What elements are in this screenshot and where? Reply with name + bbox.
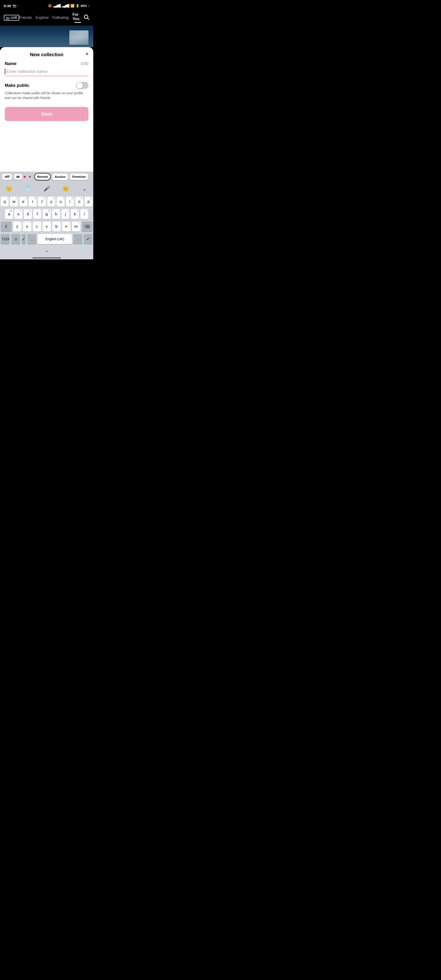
key-microphone[interactable]: 🎤 — [22, 234, 26, 244]
keyboard-mic-button[interactable]: 🎤 — [41, 184, 52, 194]
keyboard-big-button[interactable]: BIG — [14, 174, 22, 180]
name-counter: 0/30 — [81, 62, 89, 66]
key-z[interactable]: *z — [13, 221, 22, 232]
key-shift[interactable]: ⇧ — [1, 221, 12, 232]
status-right: 🔕 ▂▄▆█ ▂▄▆█ 📶 🔋 85% ● — [48, 4, 89, 8]
keyboard-dropdown-button[interactable]: ▾ — [27, 173, 33, 180]
keyboard-collapse-button[interactable]: ⌄ — [44, 247, 50, 254]
key-e[interactable]: 3e — [19, 197, 27, 207]
make-public-label: Make public — [5, 83, 29, 88]
text-cursor — [5, 68, 5, 75]
new-collection-modal: New collection × Name 0/30 Enter collect… — [0, 47, 93, 172]
keyboard-art-button[interactable]: ART — [2, 173, 12, 180]
key-emoji[interactable]: ☺ — [11, 234, 20, 244]
signal-icon: ▂▄▆█ — [53, 4, 60, 7]
key-b[interactable]: ;b — [52, 221, 61, 232]
nav-links: Friends Explore Following For You — [19, 13, 83, 23]
wifi-icon: 📶 — [70, 4, 75, 8]
make-public-description: Collections made public will be shown on… — [5, 91, 89, 100]
home-bar — [32, 258, 61, 258]
key-x[interactable]: "x — [23, 221, 31, 232]
camera-icon: 📷 — [13, 4, 16, 8]
keyboard-collapse-inline-button[interactable]: ⌄ — [79, 184, 89, 194]
keyboard-random-button[interactable]: Random — [52, 173, 68, 180]
nav-friends[interactable]: Friends — [19, 16, 32, 20]
key-numbers[interactable]: ?123 — [1, 234, 10, 244]
key-g[interactable]: &g — [43, 209, 51, 219]
make-public-section: Make public Collections made public will… — [5, 82, 89, 100]
keyboard-shirt-button[interactable]: 👕 — [23, 184, 33, 194]
collection-name-field[interactable]: Enter collection name — [5, 68, 89, 76]
key-y[interactable]: 6y — [48, 197, 55, 207]
status-time: 8:38 📷 · — [4, 4, 19, 8]
keyboard: ART BIG ▾ Normal Random Premium 🙂 👕 🎤 😊 … — [0, 172, 93, 259]
key-m[interactable]: ?m — [72, 221, 80, 232]
nav-explore[interactable]: Explore — [36, 16, 49, 20]
key-i[interactable]: 8i — [66, 197, 74, 207]
keyboard-type-bar: ART BIG ▾ Normal Random Premium — [0, 172, 93, 182]
modal-body: Name 0/30 Enter collection name Make pub… — [0, 61, 93, 127]
key-f[interactable]: _f — [33, 209, 41, 219]
keyboard-row-2: @a #s £d _f &g -h +j (k )l — [1, 209, 92, 219]
keyboard-util-row: 🙂 👕 🎤 😊 ⌄ — [0, 182, 93, 196]
keyboard-emoji-button[interactable]: 😊 — [60, 184, 71, 194]
battery-dot: ● — [88, 5, 89, 7]
live-badge[interactable]: 📺 LIVE — [4, 15, 19, 21]
name-field-header: Name 0/30 — [5, 61, 89, 66]
make-public-row: Make public — [5, 82, 89, 89]
svg-line-1 — [87, 18, 89, 19]
nav-for-you[interactable]: For You — [73, 13, 83, 21]
live-label: LIVE — [11, 16, 17, 19]
key-done[interactable]: ✓ — [84, 234, 92, 244]
key-backspace[interactable]: ⌫ — [82, 221, 93, 232]
key-q[interactable]: 1q — [1, 197, 9, 207]
modal-header: New collection × — [0, 47, 93, 61]
keyboard-premium-button[interactable]: Premium — [70, 173, 88, 180]
tv-icon: 📺 — [6, 16, 10, 20]
make-public-toggle[interactable] — [76, 82, 89, 89]
key-d[interactable]: £d — [24, 209, 32, 219]
search-button[interactable] — [83, 14, 89, 22]
signal-icon-2: ▂▄▆█ — [62, 4, 69, 7]
key-p[interactable]: 0p — [85, 197, 92, 207]
keyboard-rows: 1q 2w 3e 4r 5t 6y 7u 8i 9o 0p @a #s £d _… — [0, 196, 93, 244]
key-h[interactable]: -h — [52, 209, 60, 219]
background-image — [0, 25, 93, 47]
keyboard-row-1: 1q 2w 3e 4r 5t 6y 7u 8i 9o 0p — [1, 197, 92, 207]
keyboard-row-3: ⇧ *z "x 'c :v ;b !n ?m ⌫ — [1, 221, 92, 232]
key-w[interactable]: 2w — [10, 197, 18, 207]
mute-icon: 🔕 — [48, 4, 52, 8]
key-r[interactable]: 4r — [29, 197, 36, 207]
top-nav: 📺 LIVE Friends Explore Following For You — [0, 11, 93, 25]
key-j[interactable]: +j — [62, 209, 69, 219]
key-u[interactable]: 7u — [57, 197, 65, 207]
battery-icon: 🔋 — [76, 4, 79, 8]
name-label: Name — [5, 61, 16, 66]
key-comma[interactable]: , — [27, 234, 36, 244]
key-s[interactable]: #s — [14, 209, 22, 219]
key-t[interactable]: 5t — [38, 197, 46, 207]
key-period[interactable]: . — [73, 234, 82, 244]
key-n[interactable]: !n — [62, 221, 71, 232]
key-space[interactable]: English (UK) — [38, 234, 72, 244]
collection-name-placeholder[interactable]: Enter collection name — [6, 69, 89, 74]
keyboard-normal-button[interactable]: Normal — [34, 173, 51, 180]
battery-percent: 85% — [81, 4, 87, 8]
key-k[interactable]: (k — [71, 209, 79, 219]
save-button[interactable]: Save — [5, 107, 89, 121]
keyboard-collapse-section: ⌄ — [0, 245, 93, 256]
modal-close-button[interactable]: × — [86, 51, 89, 57]
keyboard-emoji-face-button[interactable]: 🙂 — [4, 184, 14, 194]
status-bar: 8:38 📷 · 🔕 ▂▄▆█ ▂▄▆█ 📶 🔋 85% ● — [0, 0, 93, 11]
key-c[interactable]: 'c — [33, 221, 41, 232]
key-o[interactable]: 9o — [75, 197, 83, 207]
key-l[interactable]: )l — [80, 209, 88, 219]
nav-following[interactable]: Following — [52, 16, 69, 20]
key-v[interactable]: :v — [43, 221, 51, 232]
modal-title: New collection — [30, 52, 63, 57]
home-indicator — [0, 256, 93, 259]
keyboard-bottom-row: ?123 ☺ 🎤 , English (UK) . ✓ — [1, 234, 92, 244]
red-dot-indicator — [24, 176, 25, 178]
key-a[interactable]: @a — [5, 209, 13, 219]
